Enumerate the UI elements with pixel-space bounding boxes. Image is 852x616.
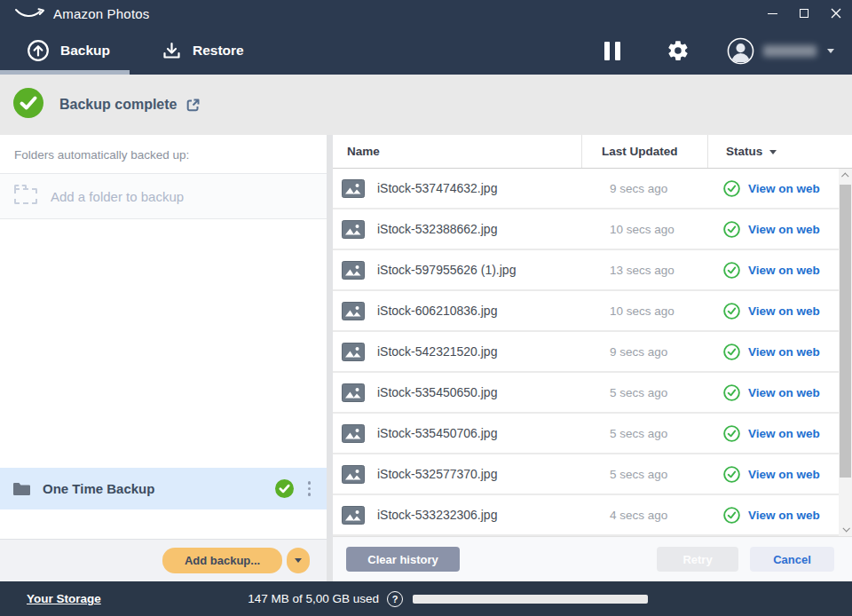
uploaded-check-icon <box>723 180 740 197</box>
view-on-web-link[interactable]: View on web <box>748 223 820 236</box>
file-name-cell: iStock-535450650.jpg <box>333 383 581 402</box>
photo-thumbnail-icon <box>342 179 365 198</box>
view-on-web-link[interactable]: View on web <box>748 182 820 195</box>
external-link-icon[interactable] <box>185 97 201 114</box>
photo-thumbnail-icon <box>342 465 365 484</box>
uploaded-check-icon <box>723 262 740 279</box>
table-row: iStock-535450706.jpg 5 secs ago View on … <box>333 414 852 454</box>
table-row: iStock-606210836.jpg 10 secs ago View on… <box>333 291 852 332</box>
settings-button[interactable] <box>667 39 690 62</box>
last-updated-cell: 9 secs ago <box>581 182 707 195</box>
restore-download-icon <box>162 41 182 61</box>
tab-backup[interactable]: Backup <box>27 39 110 62</box>
file-name: iStock-597955626 (1).jpg <box>377 263 516 277</box>
scrollbar-thumb[interactable] <box>840 185 851 478</box>
view-on-web-link[interactable]: View on web <box>748 509 820 522</box>
add-backup-dropdown-button[interactable] <box>287 548 310 573</box>
view-on-web-link[interactable]: View on web <box>748 468 820 481</box>
nav-bar: Backup Restore <box>0 27 852 75</box>
user-menu[interactable] <box>727 37 834 65</box>
last-updated-cell: 9 secs ago <box>581 345 707 359</box>
last-updated-cell: 5 secs ago <box>581 427 707 440</box>
backup-history-panel: Name Last Updated Status iStock-53747463… <box>333 135 852 581</box>
maximize-icon <box>800 9 809 18</box>
column-header-name: Name <box>333 145 581 158</box>
history-action-bar: Clear history Retry Cancel <box>333 536 852 581</box>
column-header-status[interactable]: Status <box>707 135 852 168</box>
file-name: iStock-537474632.jpg <box>377 181 497 195</box>
view-on-web-link[interactable]: View on web <box>748 345 820 359</box>
photo-thumbnail-icon <box>342 261 365 280</box>
status-cell: View on web <box>707 425 852 442</box>
add-backup-bar: Add backup... <box>0 539 327 581</box>
photo-thumbnail-icon <box>342 343 365 361</box>
file-name-cell: iStock-606210836.jpg <box>333 302 581 320</box>
amazon-smile-icon <box>14 7 44 20</box>
file-list-scrollbar[interactable] <box>839 169 852 536</box>
cancel-button[interactable]: Cancel <box>750 547 834 572</box>
tab-restore-label: Restore <box>193 43 244 59</box>
file-list: iStock-537474632.jpg 9 secs ago View on … <box>333 169 852 536</box>
folders-panel-gap <box>0 509 327 539</box>
success-check-icon <box>13 88 43 122</box>
photo-thumbnail-icon <box>342 424 365 443</box>
minimize-icon <box>768 13 777 14</box>
minimize-button[interactable] <box>756 0 788 27</box>
dashed-folder-icon <box>14 188 37 204</box>
maximize-button[interactable] <box>788 0 820 27</box>
file-name-cell: iStock-532577370.jpg <box>333 465 581 484</box>
photo-thumbnail-icon <box>342 220 365 239</box>
table-row: iStock-532577370.jpg 5 secs ago View on … <box>333 454 852 495</box>
backup-status-banner: Backup complete <box>0 75 852 135</box>
one-time-backup-label: One Time Backup <box>43 481 154 496</box>
table-row: iStock-597955626 (1).jpg 13 secs ago Vie… <box>333 250 852 291</box>
scroll-down-arrow[interactable] <box>839 522 852 536</box>
table-header: Name Last Updated Status <box>333 135 852 169</box>
file-name: iStock-606210836.jpg <box>377 304 497 318</box>
backup-complete-label: Backup complete <box>59 97 177 113</box>
uploaded-check-icon <box>723 425 740 442</box>
backup-done-check-icon <box>275 479 294 498</box>
pause-backup-button[interactable] <box>604 42 620 60</box>
gear-icon <box>667 39 690 62</box>
status-cell: View on web <box>707 221 852 238</box>
one-time-backup-row[interactable]: One Time Backup <box>0 468 327 509</box>
your-storage-link[interactable]: Your Storage <box>27 592 101 605</box>
tab-restore[interactable]: Restore <box>162 41 244 61</box>
add-backup-button[interactable]: Add backup... <box>162 548 282 573</box>
table-row: iStock-532388662.jpg 10 secs ago View on… <box>333 209 852 250</box>
status-cell: View on web <box>707 507 852 524</box>
avatar-icon <box>727 37 754 65</box>
uploaded-check-icon <box>723 303 740 320</box>
add-folder-row[interactable]: Add a folder to backup <box>0 173 327 219</box>
uploaded-check-icon <box>723 384 740 401</box>
view-on-web-link[interactable]: View on web <box>748 304 820 318</box>
file-name: iStock-532577370.jpg <box>377 467 497 481</box>
status-filter-caret-icon <box>769 150 777 154</box>
backup-upload-icon <box>27 39 50 62</box>
status-cell: View on web <box>707 180 852 197</box>
uploaded-check-icon <box>723 466 740 483</box>
view-on-web-link[interactable]: View on web <box>748 427 820 440</box>
help-icon[interactable]: ? <box>387 591 403 607</box>
add-folder-label: Add a folder to backup <box>51 189 184 204</box>
last-updated-cell: 13 secs ago <box>581 264 707 277</box>
scroll-up-arrow[interactable] <box>839 169 852 183</box>
clear-history-button[interactable]: Clear history <box>346 547 460 572</box>
active-tab-indicator <box>0 70 130 75</box>
file-name-cell: iStock-533232306.jpg <box>333 506 581 525</box>
storage-progress-bar <box>413 595 648 604</box>
photo-thumbnail-icon <box>342 302 365 320</box>
more-options-kebab-icon[interactable] <box>303 478 317 500</box>
title-bar: Amazon Photos <box>0 0 852 27</box>
close-button[interactable] <box>820 0 852 27</box>
photo-thumbnail-icon <box>342 383 365 402</box>
table-row: iStock-533232306.jpg 4 secs ago View on … <box>333 495 852 536</box>
last-updated-cell: 10 secs ago <box>581 304 707 318</box>
uploaded-check-icon <box>723 507 740 524</box>
file-name-cell: iStock-537474632.jpg <box>333 179 581 198</box>
view-on-web-link[interactable]: View on web <box>748 386 820 399</box>
uploaded-check-icon <box>723 221 740 238</box>
folders-panel-spacer <box>0 219 327 468</box>
view-on-web-link[interactable]: View on web <box>748 264 820 277</box>
